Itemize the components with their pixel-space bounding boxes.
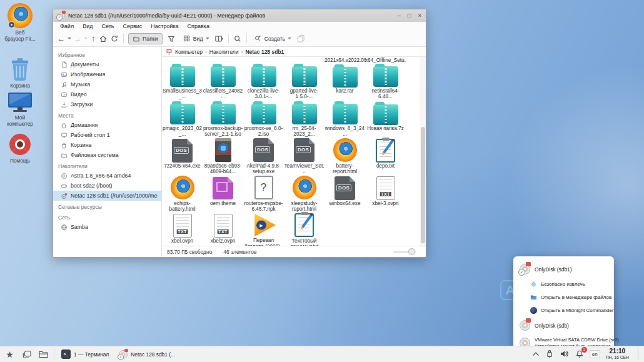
- file-item[interactable]: proxmox-backup-server_2.1-1.iso: [203, 100, 243, 138]
- slider-knob[interactable]: [408, 248, 415, 255]
- start-menu-button[interactable]: [1, 346, 18, 362]
- file-item[interactable]: windows_8_3_24...: [325, 100, 365, 138]
- breadcrumb-item[interactable]: Компьютер: [175, 49, 203, 55]
- desktop-icon-trash[interactable]: Корзина: [1, 58, 39, 89]
- file-item[interactable]: rm_25-04-2023_2...: [284, 100, 325, 138]
- create-button[interactable]: Создать: [251, 33, 294, 44]
- file-item[interactable]: clonezilla-live-3.0.1-...: [243, 63, 284, 100]
- file-item[interactable]: AkelPad-4.9.8-setup.exe: [243, 138, 284, 175]
- dos-executable-icon: [172, 139, 193, 163]
- menu-item[interactable]: Сервис: [118, 23, 146, 30]
- file-item[interactable]: sleepstudy-report.html: [284, 175, 325, 213]
- safely-remove-action[interactable]: Безопасно извлечь: [530, 281, 608, 288]
- view-mode-button[interactable]: Вид: [180, 33, 212, 44]
- file-list-view[interactable]: 2021x64.v2022.06... x64_Offline_Setu... …: [162, 57, 426, 246]
- menu-item[interactable]: Сеть: [97, 23, 118, 30]
- sidebar-item[interactable]: Samba: [53, 222, 161, 232]
- file-manager-window: Netac 128 sdb1 (/run/user/1000/media/by-…: [53, 9, 426, 258]
- sidebar-item[interactable]: Загрузки: [53, 99, 161, 109]
- file-item[interactable]: winbox64.exe: [325, 175, 365, 213]
- tray-expand-button[interactable]: [532, 351, 540, 356]
- sidebar-item[interactable]: Astra 1.8_x86-64 amd64: [53, 171, 161, 181]
- file-item[interactable]: 89a9d9c6-eb93-4809-b64...: [203, 138, 243, 175]
- file-item[interactable]: pmagic_2023_02_...: [162, 100, 203, 138]
- maximize-button[interactable]: □: [408, 13, 411, 19]
- video-file-icon: [251, 213, 277, 237]
- file-item[interactable]: SmallBusiness_3_...: [162, 63, 203, 100]
- minimize-button[interactable]: –: [397, 13, 400, 19]
- up-button[interactable]: ↑: [91, 35, 95, 43]
- file-item[interactable]: 7z2405-x64.exe: [162, 138, 203, 175]
- sidebar-item[interactable]: Корзина: [53, 140, 161, 150]
- back-button[interactable]: ←: [58, 35, 65, 43]
- show-desktop-button[interactable]: [638, 348, 641, 360]
- clock[interactable]: 21:10 ПН, 16 СЕН: [606, 348, 629, 360]
- file-item[interactable]: proxmox-ve_8.0-2.iso: [243, 100, 284, 138]
- sidebar-item[interactable]: Netac 128 sdb1 (/run/user/1000/media/by-…: [53, 191, 161, 201]
- tray-notifications-button[interactable]: 1: [575, 349, 584, 359]
- folders-toggle-button[interactable]: Папки: [128, 33, 163, 44]
- file-item[interactable]: echips-battery.html: [162, 175, 203, 213]
- sidebar-item[interactable]: Видео: [53, 89, 161, 99]
- file-item[interactable]: Новая папка.7z: [365, 100, 406, 138]
- menu-item[interactable]: Вид: [78, 23, 97, 30]
- free-space-text: 83.70 ГБ свободно: [167, 249, 212, 255]
- task-button-terminal[interactable]: 1 — Терминал: [56, 348, 114, 361]
- sidebar-item[interactable]: Домашняя: [53, 120, 161, 130]
- menu-item[interactable]: Справка: [183, 23, 214, 30]
- open-in-file-manager-action[interactable]: Открыть в менеджере файлов: [530, 294, 608, 301]
- file-label: proxmox-ve_8.0-2.iso: [244, 126, 284, 138]
- desktop-icon-my-computer[interactable]: Мой компьютер: [1, 92, 39, 128]
- back-history-chevron-icon[interactable]: [68, 38, 71, 39]
- vertical-scrollbar[interactable]: [420, 57, 426, 246]
- filter-funnel-icon[interactable]: [167, 34, 176, 43]
- sidebar-item[interactable]: boot sda2 (/boot): [53, 181, 161, 191]
- sidebar-item[interactable]: Музыка: [53, 79, 161, 89]
- usb-plug-icon: [545, 349, 554, 359]
- file-item[interactable]: xbel2.ovpn: [203, 213, 243, 246]
- file-item[interactable]: oem.theme: [203, 175, 243, 213]
- desktop-icon-help[interactable]: Помощь: [1, 133, 39, 164]
- menu-item[interactable]: Файл: [56, 23, 78, 30]
- scrollbar-thumb[interactable]: [421, 127, 425, 243]
- icon-size-slider[interactable]: [393, 251, 416, 253]
- tray-volume-button[interactable]: [560, 349, 570, 358]
- sidebar-item[interactable]: Документы: [53, 59, 161, 69]
- window-switcher-button[interactable]: [18, 346, 35, 362]
- file-item[interactable]: gparted-live-1.5.0-...: [284, 63, 325, 100]
- home-icon[interactable]: [99, 34, 108, 43]
- refresh-icon[interactable]: [110, 34, 119, 43]
- paste-icon-disabled[interactable]: [296, 34, 306, 43]
- menu-item[interactable]: Настройка: [146, 23, 183, 30]
- split-view-icon[interactable]: [214, 34, 224, 43]
- file-item[interactable]: xbel-3.ovpn: [365, 175, 406, 213]
- file-item[interactable]: routeros-mipsbe-6.48.7.npk: [243, 175, 284, 213]
- sidebar-item[interactable]: Файловая система: [53, 150, 161, 160]
- file-item[interactable]: netinstall64-6.48...: [365, 63, 406, 100]
- file-manager-launcher[interactable]: [35, 346, 52, 362]
- window-titlebar[interactable]: Netac 128 sdb1 (/run/user/1000/media/by-…: [53, 9, 426, 22]
- firefox-html-icon: [333, 138, 357, 162]
- file-item[interactable]: xbel.ovpn: [162, 213, 203, 246]
- breadcrumb-item[interactable]: Накопители: [209, 49, 239, 55]
- file-item[interactable]: battery-report.html: [325, 138, 365, 175]
- desktop-icon-web-browser[interactable]: Веб браузер Fir...: [1, 3, 39, 43]
- file-item[interactable]: Перевал Дятлова (2020) - S1E2 - WE...: [243, 213, 284, 246]
- forward-button[interactable]: →: [74, 35, 81, 43]
- file-item[interactable]: kar2.rar: [325, 63, 365, 100]
- file-item[interactable]: depo.txt: [365, 138, 406, 175]
- forward-history-chevron-icon[interactable]: [84, 38, 88, 39]
- task-button-netac[interactable]: Netac 128 sdb1 (...: [114, 348, 180, 361]
- file-item[interactable]: classifiers_24082...: [203, 63, 243, 100]
- sidebar-item[interactable]: Изображения: [53, 69, 161, 79]
- file-item[interactable]: TeamViewer_Set...: [284, 138, 325, 175]
- file-item[interactable]: Текстовый документ.txt: [284, 213, 325, 246]
- close-button[interactable]: ×: [418, 13, 421, 19]
- pictures-icon: [61, 71, 68, 78]
- tray-usb-button[interactable]: [545, 349, 554, 359]
- open-in-midnight-commander-action[interactable]: Открыть в Midnight Commander: [530, 307, 608, 314]
- zip-archive-icon: [373, 104, 398, 125]
- language-indicator[interactable]: en: [590, 350, 600, 358]
- sidebar-item[interactable]: Рабочий стол 1: [53, 130, 161, 140]
- search-icon[interactable]: [233, 34, 242, 43]
